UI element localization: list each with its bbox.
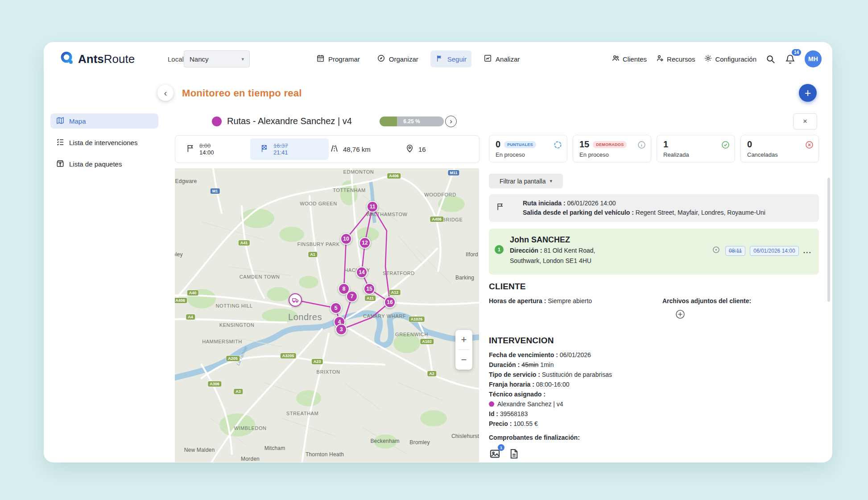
map-stop-marker[interactable]: 11 (367, 201, 378, 212)
avatar[interactable]: MH (805, 50, 822, 67)
route-departure-value: Regent Street, Mayfair, Londres, Royaume… (636, 209, 765, 216)
stop-card[interactable]: 1 John SANCHEZ Dirección : 81 Old Kent R… (489, 229, 819, 275)
panel-scrollbar[interactable] (827, 178, 830, 302)
gear-icon (704, 54, 712, 64)
filter-label: Filtrar la pantalla (500, 178, 546, 185)
sidebar-item-mapa[interactable]: Mapa (50, 113, 158, 129)
road-badge: A306 (208, 381, 221, 387)
map-stop-marker[interactable]: 5 (330, 302, 342, 314)
close-panel-button[interactable]: × (793, 113, 817, 129)
header-right-nav: Clientes Recursos Configuración 14 MH (612, 50, 822, 67)
map-place-label: Bromley (409, 439, 430, 446)
road-badge: A406 (430, 217, 443, 222)
proofs-label: Comprobantes de finalización: (489, 433, 819, 442)
search-icon[interactable] (765, 54, 776, 64)
sidebar-item-label: Lista de paquetes (69, 160, 122, 168)
trip-stops: 16 (405, 136, 426, 162)
map-stop-marker[interactable]: 7 (346, 291, 358, 302)
sidebar-item-lista-paquetes[interactable]: Lista de paquetes (50, 156, 158, 171)
nav-item-clientes[interactable]: Clientes (612, 51, 647, 67)
status-card-demorados[interactable]: 15 DEMORADOS En proceso (573, 135, 651, 162)
calendar-icon (316, 54, 325, 64)
sidebar-item-label: Mapa (69, 117, 86, 125)
map-canvas[interactable]: Edgware EDMONTON TOTTENHAM WOOD GREEN WA… (175, 168, 479, 462)
trip-end-segment[interactable]: 16:37 21:41 (250, 138, 329, 160)
map-place-label: CANARY WHARF (363, 313, 406, 319)
map-place-label: NOTTING HILL (216, 303, 253, 308)
nav-item-configuracion[interactable]: Configuración (704, 51, 756, 67)
target-icon[interactable] (711, 245, 721, 256)
technician-color-dot (489, 401, 494, 407)
client-section: Horas de apertura : Siempre abierto Arch… (489, 297, 819, 320)
status-card-realizada[interactable]: 1 Realizada (657, 135, 735, 162)
notifications-button[interactable]: 14 (785, 54, 796, 65)
flag-icon (435, 54, 444, 64)
road-badge: A406 (387, 173, 401, 179)
road-badge: A406 (175, 298, 187, 303)
nav-item-analizar[interactable]: Analizar (479, 50, 525, 67)
map-stop-marker[interactable]: 16 (384, 296, 396, 308)
sidebar-item-lista-intervenciones[interactable]: Lista de intervenciones (50, 135, 158, 150)
proof-document-button[interactable] (508, 448, 520, 460)
brand-logo: AntsRoute (60, 51, 135, 67)
map-place-label: BRIXTON (317, 369, 340, 375)
status-sub: Canceladas (747, 151, 812, 158)
location-select[interactable]: Nancy ▾ (184, 50, 250, 67)
map-place-label: Chislehurst (451, 433, 479, 439)
pin-icon (405, 144, 414, 154)
zoom-in-button[interactable]: + (455, 330, 472, 350)
map-stop-marker[interactable]: 12 (359, 237, 371, 249)
vehicle-marker[interactable] (289, 293, 302, 307)
status-badge: DEMORADOS (593, 141, 627, 148)
back-button[interactable]: ‹ (157, 85, 174, 101)
next-route-button[interactable]: › (445, 116, 457, 127)
info-icon (637, 140, 646, 150)
status-card-canceladas[interactable]: 0 Canceladas (740, 135, 819, 162)
chevron-down-icon: ▾ (241, 56, 244, 62)
status-sub: Realizada (663, 151, 728, 158)
status-value: 0 (747, 139, 752, 150)
stop-time-old-chip[interactable]: 08:11 (725, 246, 745, 256)
road-badge: A3205 (281, 353, 296, 358)
map-place-label: CAMDEN TOWN (240, 274, 280, 279)
map-city-label: Londres (288, 312, 322, 322)
road-badge: A1026 (409, 317, 425, 322)
map-stop-marker[interactable]: 14 (356, 267, 368, 278)
zoom-out-button[interactable]: − (455, 350, 472, 370)
status-value: 0 (496, 139, 500, 150)
map-place-label: Thornton Heath (306, 451, 344, 458)
nav-label: Clientes (623, 55, 647, 63)
road-badge: A102 (420, 339, 434, 344)
nav-label: Programar (328, 55, 360, 63)
x-circle-icon (805, 140, 814, 150)
more-menu-button[interactable]: ... (803, 249, 812, 253)
start-flag-icon (186, 144, 195, 155)
add-attachment-button[interactable] (675, 309, 686, 320)
road-badge: M11 (448, 170, 459, 175)
app-header: AntsRoute Local Nancy ▾ Programar Organi… (44, 42, 832, 76)
start-flag-icon (496, 202, 505, 211)
add-button[interactable]: + (799, 84, 817, 102)
map-stop-marker[interactable]: 15 (364, 283, 375, 295)
status-card-puntuales[interactable]: 0 PUNTUALES En proceso (489, 135, 567, 162)
nav-item-organizar[interactable]: Organizar (372, 50, 423, 67)
nav-item-programar[interactable]: Programar (311, 50, 365, 67)
nav-item-recursos[interactable]: Recursos (656, 51, 695, 67)
road-badge: A41 (239, 240, 250, 246)
route-name: Rutas - Alexandre Sanchez | v4 (227, 116, 352, 126)
proofs-row: 1 (489, 448, 819, 460)
map-place-label: KENSINGTON (219, 322, 255, 328)
sidebar-item-label: Lista de intervenciones (69, 139, 137, 146)
trip-distance: 48,76 km (330, 136, 371, 162)
map-place-label: Morden (241, 456, 260, 462)
map-stop-marker[interactable]: 10 (340, 233, 352, 245)
stop-time-new-chip[interactable]: 06/01/2026 14:00 (750, 246, 798, 256)
nav-item-seguir[interactable]: Seguir (430, 50, 471, 67)
map-zoom-control: + − (455, 330, 472, 370)
map-place-label: WOODFORD (424, 192, 456, 197)
distance-value: 48,76 km (343, 146, 371, 153)
map-stop-marker[interactable]: 3 (335, 324, 347, 335)
filter-screen-button[interactable]: Filtrar la pantalla ▾ (489, 174, 563, 188)
proof-photo-button[interactable]: 1 (489, 448, 501, 460)
intervention-id: Id : 39568183 (489, 409, 819, 419)
